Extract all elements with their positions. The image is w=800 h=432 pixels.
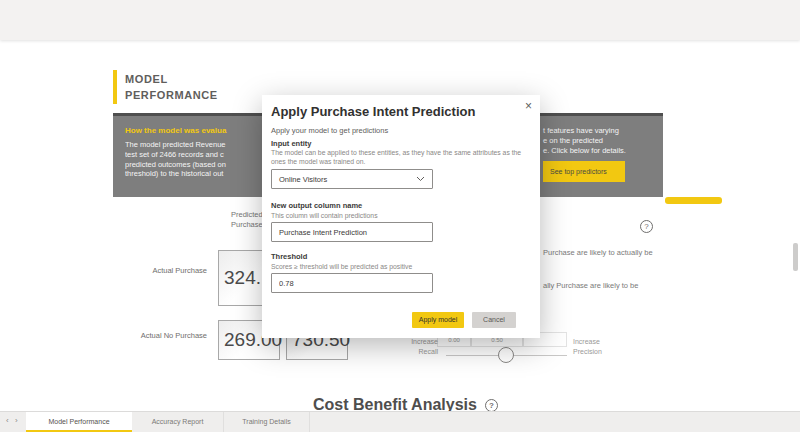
prediction-description-line2: ally Purchase are likely to be bbox=[543, 281, 638, 290]
apply-model-dialog: Apply Purchase Intent Prediction × Apply… bbox=[262, 95, 540, 338]
help-icon[interactable]: ? bbox=[640, 220, 653, 233]
chevron-down-icon bbox=[416, 176, 425, 182]
prediction-description-line1: Purchase are likely to actually be bbox=[543, 248, 653, 257]
dialog-subtitle: Apply your model to get predictions bbox=[271, 126, 388, 135]
evaluation-text-right: t features have varying e on the predict… bbox=[543, 126, 661, 156]
evaluation-line: test set of 2466 records and c bbox=[125, 150, 262, 160]
section-accent-bar bbox=[113, 70, 117, 104]
tab-prev-icon[interactable]: ‹ bbox=[6, 417, 9, 425]
slider-left-label-line2: Recall bbox=[400, 347, 438, 357]
evaluation-line: predicted outcomes (based on bbox=[125, 160, 262, 170]
close-icon[interactable]: × bbox=[525, 99, 532, 113]
section-title: MODEL PERFORMANCE bbox=[125, 71, 218, 103]
output-column-input[interactable] bbox=[271, 222, 433, 242]
matrix-column-header-line2: Purchase bbox=[231, 220, 263, 230]
see-top-predictors-button[interactable]: See top predictors bbox=[543, 161, 625, 182]
slider-right-label-line2: Precision bbox=[573, 347, 613, 357]
evaluation-line: The model predicted Revenue bbox=[125, 140, 262, 150]
threshold-input[interactable] bbox=[271, 273, 433, 293]
report-page: ← Purchase Intent Prediction model train… bbox=[0, 0, 800, 432]
section-title-line1: MODEL bbox=[125, 71, 218, 87]
evaluation-line: e. Click below for details. bbox=[543, 146, 661, 156]
section-title-line2: PERFORMANCE bbox=[125, 87, 218, 103]
vertical-scrollbar-thumb[interactable] bbox=[793, 243, 798, 271]
matrix-column-header-line1: Predicted bbox=[231, 210, 263, 220]
matrix-row1-label: Actual Purchase bbox=[139, 266, 207, 275]
tab-next-icon[interactable]: › bbox=[15, 417, 18, 425]
legend-yellow-bar bbox=[665, 197, 722, 204]
slider-right-label-line1: Increase bbox=[573, 337, 613, 347]
matrix-column-header: Predicted Purchase bbox=[231, 210, 263, 230]
evaluation-text-left: How the model was evalua The model predi… bbox=[125, 126, 262, 192]
input-entity-dropdown[interactable]: Online Visitors bbox=[271, 169, 433, 189]
output-column-label: New output column name bbox=[271, 201, 362, 210]
dialog-cancel-button[interactable]: Cancel bbox=[472, 312, 516, 328]
dialog-apply-model-button[interactable]: Apply model bbox=[412, 312, 464, 328]
app-header bbox=[0, 0, 800, 40]
input-entity-selected-value: Online Visitors bbox=[279, 175, 327, 184]
output-column-description: This column will contain predictions bbox=[271, 212, 523, 221]
input-entity-description: The model can be applied to these entiti… bbox=[271, 149, 523, 166]
dialog-title: Apply Purchase Intent Prediction bbox=[271, 104, 475, 119]
tab-model-performance[interactable]: Model Performance bbox=[26, 412, 132, 432]
evaluation-heading: How the model was evalua bbox=[125, 126, 262, 135]
slider-right-label: Increase Precision bbox=[573, 337, 613, 356]
slider-left-label-line1: Increase bbox=[400, 337, 438, 347]
tab-accuracy-report[interactable]: Accuracy Report bbox=[132, 412, 224, 432]
matrix-row2-label: Actual No Purchase bbox=[125, 331, 207, 340]
input-entity-label: Input entity bbox=[271, 139, 311, 148]
threshold-slider-handle[interactable] bbox=[498, 347, 514, 363]
evaluation-line: t features have varying bbox=[543, 126, 661, 136]
slider-left-label: Increase Recall bbox=[400, 337, 438, 356]
evaluation-line: threshold) to the historical out bbox=[125, 169, 262, 179]
threshold-label: Threshold bbox=[271, 252, 307, 261]
tab-training-details[interactable]: Training Details bbox=[224, 412, 310, 432]
threshold-description: Scores ≥ threshold will be predicted as … bbox=[271, 263, 523, 272]
help-icon[interactable]: ? bbox=[485, 399, 498, 412]
evaluation-line: e on the predicted bbox=[543, 136, 661, 146]
